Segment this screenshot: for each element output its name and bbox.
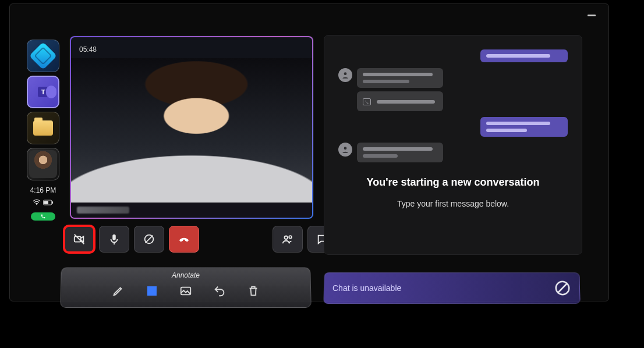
system-clock: 4:16 PM bbox=[30, 186, 56, 194]
svg-point-10 bbox=[285, 236, 288, 240]
camera-toggle-button[interactable] bbox=[64, 226, 94, 253]
image-chip-icon bbox=[363, 98, 371, 105]
square-tool-button[interactable] bbox=[145, 284, 159, 298]
annotate-label: Annotate bbox=[172, 271, 200, 279]
image-tool-button[interactable] bbox=[179, 284, 193, 298]
image-icon bbox=[179, 285, 192, 297]
svg-rect-6 bbox=[112, 235, 116, 240]
wifi-icon bbox=[33, 199, 41, 205]
active-call-indicator[interactable] bbox=[31, 212, 55, 221]
sidebar-item-teams[interactable]: T bbox=[27, 76, 59, 108]
phone-icon bbox=[40, 214, 46, 219]
caller-name-redacted bbox=[77, 207, 129, 214]
delete-tool-button[interactable] bbox=[246, 284, 260, 298]
chat-empty-subtitle: Type your first message below. bbox=[338, 199, 568, 208]
video-call-panel: 05:48 bbox=[70, 36, 313, 219]
undo-icon bbox=[213, 285, 226, 297]
svg-line-5 bbox=[75, 235, 84, 244]
svg-point-12 bbox=[344, 72, 347, 75]
sidebar-item-contact[interactable] bbox=[27, 148, 59, 180]
square-icon bbox=[147, 286, 157, 296]
svg-rect-2 bbox=[52, 201, 53, 204]
pen-icon bbox=[112, 285, 125, 297]
trash-icon bbox=[247, 285, 260, 297]
avatar-icon bbox=[338, 68, 352, 82]
remote-video bbox=[71, 58, 312, 203]
teams-icon: T bbox=[38, 87, 48, 97]
hangup-icon bbox=[178, 233, 190, 246]
sidebar: T 4:16 PM bbox=[26, 40, 61, 221]
camera-off-icon bbox=[73, 233, 86, 246]
microphone-toggle-button[interactable] bbox=[99, 226, 129, 253]
chat-mock-thread bbox=[338, 49, 568, 162]
sidebar-item-logo[interactable] bbox=[27, 40, 59, 72]
battery-icon bbox=[43, 200, 54, 205]
svg-point-13 bbox=[344, 147, 347, 150]
svg-rect-3 bbox=[44, 201, 48, 204]
svg-point-0 bbox=[36, 204, 37, 205]
chat-empty-title: You're starting a new conversation bbox=[338, 176, 568, 189]
call-timer: 05:48 bbox=[79, 45, 97, 54]
svg-point-11 bbox=[289, 236, 292, 239]
hangup-button[interactable] bbox=[169, 226, 199, 253]
app-logo-icon bbox=[29, 42, 57, 70]
undo-tool-button[interactable] bbox=[213, 284, 227, 298]
folder-icon bbox=[33, 120, 53, 136]
avatar-icon bbox=[338, 143, 352, 157]
call-controls bbox=[64, 226, 338, 253]
caller-name-bar bbox=[71, 203, 312, 218]
participants-button[interactable] bbox=[273, 226, 303, 253]
share-off-icon bbox=[143, 233, 155, 246]
microphone-icon bbox=[108, 233, 121, 246]
svg-line-16 bbox=[557, 283, 568, 293]
pen-tool-button[interactable] bbox=[111, 284, 125, 298]
svg-line-9 bbox=[146, 236, 153, 243]
share-toggle-button[interactable] bbox=[134, 226, 164, 253]
annotate-toolbar: Annotate bbox=[60, 267, 312, 308]
avatar-icon bbox=[29, 150, 57, 178]
status-icons bbox=[33, 199, 54, 205]
minimize-button[interactable] bbox=[588, 15, 596, 16]
chat-input-bar[interactable]: Chat is unavailable bbox=[323, 272, 580, 304]
sidebar-item-files[interactable] bbox=[27, 112, 59, 144]
people-icon bbox=[281, 233, 294, 246]
chat-unavailable-text: Chat is unavailable bbox=[332, 283, 402, 293]
share-disabled-icon bbox=[554, 279, 572, 297]
chat-panel: You're starting a new conversation Type … bbox=[324, 35, 582, 255]
